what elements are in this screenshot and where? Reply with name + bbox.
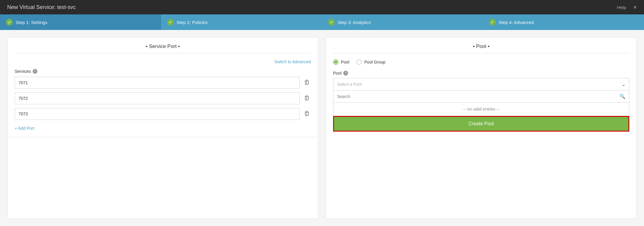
- svg-rect-1: [306, 80, 308, 80]
- pool-title: • Pool •: [333, 43, 629, 53]
- page-title: New Virtual Service: test-svc: [7, 4, 76, 10]
- pool-panel: • Pool • Pool Pool Group Pool ? Select a…: [326, 37, 637, 219]
- help-button[interactable]: Help: [617, 5, 626, 10]
- service-input-3[interactable]: [15, 108, 300, 120]
- pool-help-icon[interactable]: ?: [343, 71, 348, 76]
- step-3-icon: [328, 19, 335, 25]
- svg-rect-16: [306, 112, 307, 115]
- delete-service-3-button[interactable]: [303, 109, 311, 119]
- step-4[interactable]: Step 4: Advanced: [483, 14, 644, 30]
- close-button[interactable]: ×: [633, 4, 637, 10]
- svg-rect-3: [308, 81, 309, 84]
- service-row-2: [15, 92, 311, 104]
- step-4-icon: [489, 19, 496, 25]
- svg-rect-9: [308, 97, 309, 100]
- pool-group-option-label: Pool Group: [364, 60, 386, 64]
- services-help-icon[interactable]: ?: [33, 69, 37, 74]
- add-port-button[interactable]: + Add Port: [15, 126, 34, 131]
- main-content: • Service Port • Switch to Advanced Serv…: [0, 30, 644, 226]
- create-pool-button[interactable]: Create Pool: [333, 116, 629, 132]
- services-label: Services ?: [15, 69, 311, 74]
- delete-service-1-button[interactable]: [303, 78, 311, 88]
- step-1-icon: [6, 19, 13, 25]
- search-row: 🔍: [333, 91, 629, 103]
- step-1[interactable]: Step 1: Settings: [0, 14, 161, 30]
- service-row-3: [15, 108, 311, 120]
- step-2[interactable]: Step 2: Policies: [161, 14, 322, 30]
- chevron-down-icon: ⌄: [622, 82, 625, 87]
- svg-rect-10: [306, 97, 307, 100]
- svg-rect-2: [305, 81, 306, 84]
- svg-rect-11: [305, 100, 309, 100]
- step-3[interactable]: Step 3: Analytics: [322, 14, 483, 30]
- svg-rect-4: [306, 81, 307, 84]
- service-port-panel: • Service Port • Switch to Advanced Serv…: [7, 37, 318, 219]
- step-4-label: Step 4: Advanced: [499, 20, 534, 25]
- step-3-label: Step 3: Analytics: [338, 20, 371, 25]
- create-pool-bar: Create Pool: [333, 116, 629, 132]
- select-pool-dropdown[interactable]: Select a Pool ⌄: [333, 78, 629, 91]
- svg-rect-7: [306, 95, 308, 96]
- pool-group-option[interactable]: Pool Group: [356, 59, 386, 65]
- pool-type-options: Pool Pool Group: [333, 59, 629, 65]
- select-pool-placeholder: Select a Pool: [337, 82, 362, 87]
- svg-rect-17: [305, 115, 309, 116]
- svg-rect-8: [305, 97, 306, 100]
- switch-to-advanced-link[interactable]: Switch to Advanced: [15, 59, 311, 64]
- step-bar: Step 1: Settings Step 2: Policies Step 3…: [0, 14, 644, 30]
- svg-rect-13: [306, 111, 308, 112]
- pool-option-label: Pool: [341, 60, 349, 64]
- step-1-label: Step 1: Settings: [16, 20, 47, 25]
- service-port-title: • Service Port •: [15, 43, 311, 53]
- delete-service-2-button[interactable]: [303, 94, 311, 103]
- service-input-2[interactable]: [15, 92, 300, 104]
- pool-radio[interactable]: [333, 59, 338, 65]
- search-icon: 🔍: [619, 94, 625, 99]
- step-2-label: Step 2: Policies: [177, 20, 208, 25]
- title-bar: New Virtual Service: test-svc Help ×: [0, 0, 644, 14]
- service-row-1: [15, 77, 311, 89]
- service-input-1[interactable]: [15, 77, 300, 89]
- title-controls: Help ×: [617, 4, 637, 10]
- pool-field-label: Pool ?: [333, 71, 629, 76]
- pool-group-radio[interactable]: [356, 59, 362, 65]
- no-entries-message: -- no valid entries --: [333, 103, 629, 116]
- pool-search-input[interactable]: [337, 94, 619, 99]
- pool-option[interactable]: Pool: [333, 59, 349, 65]
- svg-rect-5: [305, 84, 309, 85]
- step-2-icon: [167, 19, 174, 25]
- svg-rect-15: [308, 112, 309, 115]
- svg-rect-14: [305, 112, 306, 115]
